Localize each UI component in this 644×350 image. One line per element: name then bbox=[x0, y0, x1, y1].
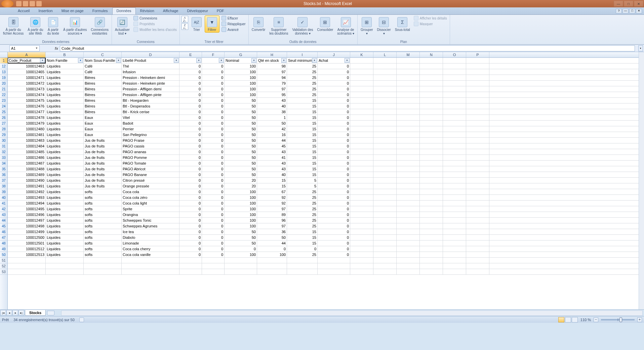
cell[interactable]: 0 bbox=[202, 201, 225, 206]
from-text-button[interactable]: 📄À partir du texte bbox=[45, 15, 61, 36]
cell[interactable]: 0 bbox=[202, 212, 225, 217]
cell[interactable] bbox=[397, 189, 420, 194]
cell[interactable]: 50 bbox=[225, 229, 257, 234]
advanced-filter-button[interactable]: Avancé bbox=[220, 27, 247, 32]
cell[interactable]: Liquides bbox=[46, 121, 84, 126]
cell[interactable]: 25 bbox=[287, 81, 318, 86]
cell[interactable]: 0 bbox=[179, 229, 202, 234]
cell[interactable]: Liquides bbox=[46, 218, 84, 223]
cell[interactable]: 50 bbox=[225, 132, 257, 137]
cell[interactable]: 0 bbox=[257, 246, 287, 252]
cell[interactable] bbox=[466, 206, 489, 212]
cell[interactable]: softs bbox=[84, 218, 122, 223]
cell[interactable]: Liquides bbox=[46, 223, 84, 229]
cell[interactable] bbox=[350, 92, 373, 97]
cell[interactable] bbox=[420, 138, 443, 143]
cell[interactable] bbox=[350, 109, 373, 115]
cell[interactable]: 38 bbox=[257, 109, 287, 115]
cell[interactable]: Eaux bbox=[84, 126, 122, 132]
cell[interactable] bbox=[350, 149, 373, 155]
cell[interactable] bbox=[373, 69, 397, 75]
cell[interactable] bbox=[466, 235, 489, 240]
cell[interactable] bbox=[257, 269, 287, 274]
cell[interactable] bbox=[350, 201, 373, 206]
cell[interactable] bbox=[420, 183, 443, 189]
cell[interactable]: 0 bbox=[179, 183, 202, 189]
cell[interactable] bbox=[443, 86, 466, 92]
cell[interactable]: 100 bbox=[225, 223, 257, 229]
cell[interactable]: 0 bbox=[179, 69, 202, 75]
cell[interactable]: 25 bbox=[287, 75, 318, 80]
cell[interactable] bbox=[443, 178, 466, 183]
cell[interactable]: 100012473 bbox=[8, 86, 46, 92]
row-header[interactable]: 50 bbox=[0, 252, 7, 258]
row-header[interactable]: 31 bbox=[0, 143, 7, 149]
cell[interactable]: 0 bbox=[179, 252, 202, 257]
cell[interactable] bbox=[350, 240, 373, 246]
cell[interactable] bbox=[397, 121, 420, 126]
cell[interactable]: softs bbox=[84, 189, 122, 194]
cell[interactable]: Liquides bbox=[46, 229, 84, 234]
cell[interactable]: 25 bbox=[287, 69, 318, 75]
cell[interactable]: Jus de fruits bbox=[84, 149, 122, 155]
cell[interactable] bbox=[350, 218, 373, 223]
cell[interactable]: 0 bbox=[318, 126, 350, 132]
cell[interactable]: 100012479 bbox=[8, 121, 46, 126]
cell[interactable]: Liquides bbox=[46, 149, 84, 155]
cell[interactable]: Vitel bbox=[122, 115, 179, 120]
cell[interactable] bbox=[443, 201, 466, 206]
row-header[interactable]: 46 bbox=[0, 229, 7, 235]
cell[interactable]: Jus de fruits bbox=[84, 155, 122, 160]
cell[interactable]: 0 bbox=[318, 109, 350, 115]
cell[interactable] bbox=[397, 149, 420, 155]
cell[interactable]: 15 bbox=[287, 166, 318, 172]
cell[interactable]: 100012485 bbox=[8, 149, 46, 155]
cell[interactable]: 100 bbox=[225, 75, 257, 80]
cell[interactable]: 100012471 bbox=[8, 75, 46, 80]
cell[interactable] bbox=[443, 246, 466, 252]
filter-dropdown-icon[interactable]: ▼ bbox=[251, 58, 256, 63]
cell[interactable]: softs bbox=[84, 223, 122, 229]
cell[interactable]: 100012472 bbox=[8, 81, 46, 86]
cell[interactable]: 0 bbox=[179, 246, 202, 252]
cell[interactable] bbox=[466, 223, 489, 229]
cell[interactable] bbox=[8, 263, 46, 269]
cell[interactable]: 45 bbox=[257, 143, 287, 149]
cell[interactable] bbox=[287, 263, 318, 269]
cell[interactable]: Liquides bbox=[46, 201, 84, 206]
cell[interactable] bbox=[373, 195, 397, 200]
row-header[interactable]: 28 bbox=[0, 126, 7, 132]
cell[interactable]: 44 bbox=[257, 240, 287, 246]
zoom-thumb[interactable] bbox=[619, 317, 622, 322]
text-to-columns-button[interactable]: ⎘Convertir bbox=[250, 15, 267, 33]
cell[interactable] bbox=[350, 223, 373, 229]
cell[interactable]: PAGO Banane bbox=[122, 172, 179, 177]
cell[interactable]: 50 bbox=[225, 98, 257, 103]
cell[interactable] bbox=[443, 63, 466, 69]
cell[interactable]: 100 bbox=[257, 252, 287, 257]
cell[interactable]: softs bbox=[84, 201, 122, 206]
cell[interactable]: 25 bbox=[287, 63, 318, 69]
cell[interactable] bbox=[466, 246, 489, 252]
cell[interactable]: 20 bbox=[225, 183, 257, 189]
row-header[interactable]: 29 bbox=[0, 132, 7, 138]
cell[interactable]: 25 bbox=[287, 223, 318, 229]
ribbon-tab[interactable]: Données bbox=[112, 7, 136, 14]
cell[interactable]: 0 bbox=[179, 138, 202, 143]
chevron-down-icon[interactable]: ▼ bbox=[35, 47, 38, 50]
cell[interactable] bbox=[420, 155, 443, 160]
cell[interactable] bbox=[397, 155, 420, 160]
filter-dropdown-icon[interactable]: ▼ bbox=[116, 58, 121, 63]
cell[interactable] bbox=[373, 258, 397, 263]
row-header[interactable]: 20 bbox=[0, 81, 7, 86]
cell[interactable] bbox=[373, 149, 397, 155]
cell[interactable] bbox=[350, 121, 373, 126]
cell[interactable]: Liquides bbox=[46, 115, 84, 120]
cell[interactable]: Eaux bbox=[84, 132, 122, 137]
cell[interactable] bbox=[350, 212, 373, 217]
refresh-all-button[interactable]: 🔄Actualiser tout ▾ bbox=[113, 15, 131, 36]
filter-button[interactable]: ▼Filtrer bbox=[205, 15, 219, 33]
cell[interactable]: 0 bbox=[318, 206, 350, 212]
view-page-break-button[interactable] bbox=[572, 317, 578, 322]
cell[interactable]: 25 bbox=[287, 212, 318, 217]
